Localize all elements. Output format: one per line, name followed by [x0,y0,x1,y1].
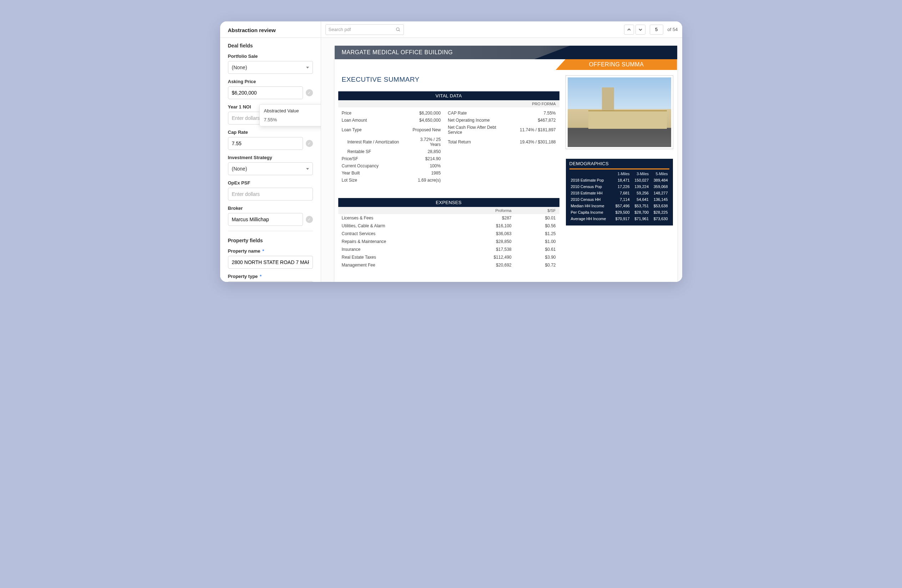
pdf-search-input[interactable] [329,27,393,32]
check-icon[interactable]: ✓ [306,89,313,96]
expense-row: Utilities, Cable & Alarm$16,100$0.56 [338,222,559,230]
vital-row: Rentable SF28,850 [338,148,559,155]
chevron-up-icon [627,28,631,31]
check-icon[interactable]: ✓ [306,140,313,147]
expense-row: Contract Services$36,063$1.25 [338,230,559,238]
expenses-header: EXPENSES [338,198,559,207]
chevron-down-icon [306,168,309,170]
app-window: Abstraction review Deal fields Portfolio… [220,22,682,282]
required-marker: * [262,248,264,254]
investment-strategy-select[interactable]: (None) [228,162,313,175]
field-asking-price: Asking Price ✓ [228,79,313,99]
search-icon [396,27,401,32]
vital-row: Lot Size1.69 acre(s) [338,177,559,184]
demo-row: 2018 Estimate Pop18,471150,027389,484 [570,177,669,183]
deal-fields-label: Deal fields [228,43,313,48]
property-name-input[interactable] [232,256,309,268]
field-property-name: Property name * [228,248,313,269]
asking-price-input[interactable] [232,87,299,99]
divider [228,231,313,231]
demographics-title: DEMOGRAPHICS [570,161,669,169]
investment-strategy-value: (None) [232,166,247,172]
tooltip-value: 7.55% [264,117,277,122]
pdf-scroll-area[interactable]: MARGATE MEDICAL OFFICE BUILDING OFFERING… [321,38,682,282]
demographics-table: 1-Miles3-Miles5-Miles 2018 Estimate Pop1… [570,170,669,222]
pdf-toolbar: of 54 [321,22,682,38]
sidebar-title: Abstraction review [220,22,321,38]
page-number-input[interactable] [650,25,663,34]
vital-data-section: VITAL DATA PRO FORMA Price$6,200,000CAP … [338,91,559,184]
vital-row: Interest Rate / Amortization3.72% / 25 Y… [338,136,559,148]
pdf-page-nav [624,25,645,34]
property-photo [566,76,673,149]
field-investment-strategy: Investment Strategy (None) [228,155,313,175]
asking-price-label: Asking Price [228,79,313,84]
field-cap-rate: Cap Rate ✓ [228,130,313,150]
portfolio-sale-label: Portfolio Sale [228,53,313,59]
sidebar: Abstraction review Deal fields Portfolio… [220,22,321,282]
property-fields-label: Property fields [228,238,313,243]
expense-row: Real Estate Taxes$112,490$3.90 [338,253,559,261]
asking-price-input-wrap[interactable] [228,86,303,99]
field-property-type: Property type * Select a property type [228,274,313,282]
sidebar-scroll[interactable]: Deal fields Portfolio Sale (None) Asking… [220,38,321,282]
page-total-label: of 54 [667,27,678,32]
vital-row: Loan Amount$4,650,000Net Operating Incom… [338,117,559,124]
vital-data-table: Price$6,200,000CAP Rate7.55%Loan Amount$… [338,107,559,184]
svg-point-0 [396,28,399,30]
tooltip-header: Abstracted Value [264,108,299,113]
expense-row: Management Fee$20,692$0.72 [338,261,559,269]
check-icon[interactable]: ✓ [306,216,313,223]
expense-row: Repairs & Maintenance$28,850$1.00 [338,238,559,246]
vital-row: Price$6,200,000CAP Rate7.55% [338,109,559,117]
property-name-input-wrap[interactable] [228,256,313,269]
cap-rate-label: Cap Rate [228,130,313,135]
broker-label: Broker [228,205,313,211]
opex-psf-label: OpEx PSF [228,180,313,186]
expenses-col-psf: $/SF [515,207,559,214]
property-type-label: Property type [228,274,258,279]
field-portfolio-sale: Portfolio Sale (None) [228,53,313,74]
pdf-search-box[interactable] [326,24,404,35]
opex-psf-input[interactable] [232,188,309,200]
demo-row: 2010 Census HH7,11454,641136,145 [570,196,669,203]
vital-row: Price/SF$214.90 [338,155,559,162]
vital-row: Loan TypeProposed NewNet Cash Flow After… [338,124,559,136]
cap-rate-input[interactable] [232,138,299,150]
demographics-divider [570,169,669,169]
demo-row: Per Capita Income$29,500$28,700$28,225 [570,209,669,216]
demo-row: Median HH Income$57,496$53,751$53,638 [570,203,669,209]
portfolio-sale-value: (None) [232,64,247,70]
demo-row: 2018 Estimate HH7,68159,256148,277 [570,190,669,196]
field-opex-psf: OpEx PSF [228,180,313,200]
demographics-section: DEMOGRAPHICS 1-Miles3-Miles5-Miles 2018 … [566,159,673,225]
property-name-label: Property name [228,248,260,254]
required-marker: * [260,274,262,279]
expenses-table: Proforma $/SF Licenses & Fees$287$0.01Ut… [338,207,559,269]
broker-input-wrap[interactable] [228,213,303,226]
portfolio-sale-select[interactable]: (None) [228,61,313,74]
doc-header: MARGATE MEDICAL OFFICE BUILDING [335,46,677,59]
chevron-down-icon [306,67,309,69]
vital-row: Year Built1985 [338,169,559,177]
demo-row: 2010 Census Pop17,226139,224359,068 [570,183,669,190]
abstracted-value-tooltip: Abstracted Value V 7.55% P [259,104,321,126]
next-page-button[interactable] [636,25,645,34]
offering-label: OFFERING SUMMA [556,59,677,70]
opex-psf-input-wrap[interactable] [228,188,313,200]
cap-rate-input-wrap[interactable] [228,137,303,150]
doc-section-title: EXECUTIVE SUMMARY [338,76,559,83]
property-type-select[interactable]: Select a property type [228,281,313,282]
prev-page-button[interactable] [624,25,634,34]
expense-row: Licenses & Fees$287$0.01 [338,214,559,222]
pdf-viewer: of 54 MARGATE MEDICAL OFFICE BUILDING OF… [321,22,682,282]
expenses-col-proforma: Proforma [460,207,515,214]
expense-row: Insurance$17,538$0.61 [338,246,559,253]
demo-col: 5-Miles [650,170,669,177]
svg-line-1 [399,30,399,31]
demo-row: Average HH Income$70,917$71,961$73,630 [570,216,669,222]
broker-input[interactable] [232,213,299,225]
demo-col: 1-Miles [612,170,631,177]
investment-strategy-label: Investment Strategy [228,155,313,160]
doc-header-title: MARGATE MEDICAL OFFICE BUILDING [342,49,453,56]
